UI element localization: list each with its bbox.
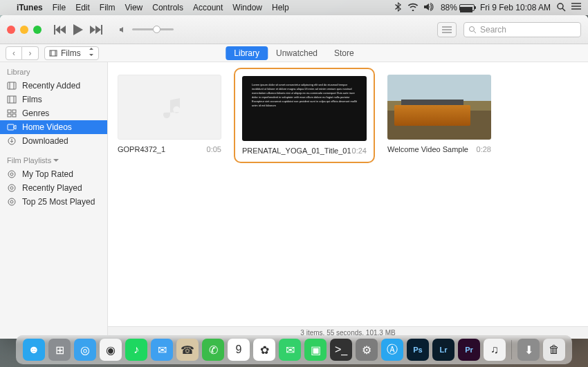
source-bar: ‹ › Films Library Unwatched Store xyxy=(0,44,588,62)
sidebar-item-home-videos[interactable]: Home Videos xyxy=(0,120,107,134)
window-toolbar: Search xyxy=(0,15,588,44)
dock-icon-messages[interactable]: ✉ xyxy=(279,339,301,361)
close-window-button[interactable] xyxy=(7,26,15,34)
battery-icon xyxy=(459,4,475,11)
sidebar-item-films[interactable]: Films xyxy=(0,93,107,106)
sidebar-item-label: Recently Added xyxy=(22,81,80,91)
nav-forward-button[interactable]: › xyxy=(22,46,39,60)
search-placeholder: Search xyxy=(480,25,506,35)
dock-separator xyxy=(511,340,512,359)
menu-window[interactable]: Window xyxy=(232,3,262,12)
battery-indicator[interactable]: 88% xyxy=(441,3,475,12)
dock-icon-calendar[interactable]: 9 xyxy=(228,339,250,361)
next-track-button[interactable] xyxy=(90,25,102,35)
sidebar-category-playlists[interactable]: Film Playlists xyxy=(0,155,107,167)
dock-icon-premiere[interactable]: Pr xyxy=(458,339,480,361)
dock-icon-whatsapp[interactable]: ✆ xyxy=(202,339,224,361)
app-menu[interactable]: iTunes xyxy=(17,3,43,12)
volume-slider[interactable] xyxy=(120,26,174,33)
bluetooth-icon[interactable] xyxy=(395,2,402,14)
dock-icon-finder[interactable]: ☻ xyxy=(23,339,45,361)
dock-icon-downloads[interactable]: ⬇ xyxy=(517,339,540,361)
media-kind-selector[interactable]: Films xyxy=(44,46,99,60)
svg-rect-22 xyxy=(12,114,16,117)
menu-account[interactable]: Account xyxy=(193,3,223,12)
notification-center-icon[interactable] xyxy=(571,3,581,13)
dock-icon-chrome[interactable]: ◉ xyxy=(100,339,122,361)
svg-line-9 xyxy=(474,31,476,33)
battery-percentage: 88% xyxy=(441,3,457,12)
video-duration: 0:24 xyxy=(352,147,367,155)
chevron-updown-icon xyxy=(89,48,94,58)
dock-icon-systemprefs[interactable]: ⚙ xyxy=(356,339,378,361)
dock-icon-photos[interactable]: ✿ xyxy=(253,339,275,361)
zoom-window-button[interactable] xyxy=(33,26,42,34)
sidebar: Library Recently Added Films Genres Home… xyxy=(0,62,108,339)
sidebar-item-label: Films xyxy=(22,95,42,104)
svg-rect-20 xyxy=(12,110,16,113)
video-tile[interactable]: GOPR4372_1 0:05 xyxy=(118,75,221,153)
search-field[interactable]: Search xyxy=(463,22,581,37)
dock-icon-contacts[interactable]: ☎ xyxy=(176,339,199,361)
dock-icon-mail[interactable]: ✉ xyxy=(151,339,173,361)
menu-help[interactable]: Help xyxy=(272,3,289,12)
tab-unwatched[interactable]: Unwatched xyxy=(268,46,326,60)
spotlight-icon[interactable] xyxy=(556,2,566,14)
dock-icon-appstore[interactable]: Ⓐ xyxy=(381,339,403,361)
nav-back-button[interactable]: ‹ xyxy=(6,46,22,60)
film-icon xyxy=(7,95,17,104)
sidebar-item-recently-added[interactable]: Recently Added xyxy=(0,79,107,93)
dock-icon-itunes[interactable]: ♫ xyxy=(484,339,506,361)
video-title: Welcome Video Sample xyxy=(387,145,468,153)
svg-point-27 xyxy=(8,185,15,191)
dock: ☻⊞◎◉♪✉☎✆9✿✉▣>_⚙ⒶPsLrPr♫⬇🗑 xyxy=(16,335,572,364)
svg-rect-23 xyxy=(8,124,14,130)
sidebar-item-label: Genres xyxy=(22,109,49,118)
menu-controls[interactable]: Controls xyxy=(152,3,183,12)
music-note-icon xyxy=(156,93,183,121)
sidebar-item-genres[interactable]: Genres xyxy=(0,106,107,120)
menu-edit[interactable]: Edit xyxy=(75,3,90,12)
svg-rect-19 xyxy=(8,110,11,113)
grid-icon xyxy=(7,109,17,117)
dock-icon-facetime[interactable]: ▣ xyxy=(304,339,327,361)
sidebar-item-recently-played[interactable]: Recently Played xyxy=(0,181,107,195)
sidebar-item-my-top-rated[interactable]: My Top Rated xyxy=(0,167,107,181)
dock-icon-photoshop[interactable]: Ps xyxy=(407,339,429,361)
sidebar-item-top-25[interactable]: Top 25 Most Played xyxy=(0,195,107,209)
previous-track-button[interactable] xyxy=(54,25,66,35)
minimize-window-button[interactable] xyxy=(20,26,28,34)
tab-store[interactable]: Store xyxy=(326,46,362,60)
sidebar-item-label: Home Videos xyxy=(22,122,72,132)
dock-icon-launchpad[interactable]: ⊞ xyxy=(48,339,71,361)
menu-film[interactable]: Film xyxy=(100,3,116,12)
gear-icon xyxy=(7,169,17,179)
download-icon xyxy=(7,137,17,145)
sidebar-item-label: Top 25 Most Played xyxy=(22,197,95,207)
clock-icon xyxy=(7,82,17,90)
dock-icon-safari[interactable]: ◎ xyxy=(74,339,96,361)
menubar-clock[interactable]: Fri 9 Feb 10:08 AM xyxy=(480,3,551,12)
dock-icon-spotify[interactable]: ♪ xyxy=(125,339,147,361)
menu-file[interactable]: File xyxy=(53,3,66,12)
list-view-button[interactable] xyxy=(437,22,457,37)
dock-icon-lightroom[interactable]: Lr xyxy=(432,339,454,361)
menu-view[interactable]: View xyxy=(125,3,143,12)
content-area: GOPR4372_1 0:05 Lorem ipsum dolor sit am… xyxy=(108,62,588,339)
play-button[interactable] xyxy=(73,24,83,35)
video-duration: 0:05 xyxy=(207,145,221,153)
dock-icon-terminal[interactable]: >_ xyxy=(330,339,352,361)
video-tile[interactable]: Welcome Video Sample 0:28 xyxy=(387,75,491,153)
sidebar-item-downloaded[interactable]: Downloaded xyxy=(0,134,107,148)
video-tile[interactable]: Lorem ipsum dolor sit amet consectetur a… xyxy=(242,76,367,155)
dock-icon-trash[interactable]: 🗑 xyxy=(543,339,565,361)
volume-icon[interactable] xyxy=(424,3,435,13)
video-thumbnail: Lorem ipsum dolor sit amet consectetur a… xyxy=(242,76,367,141)
chevron-down-icon xyxy=(53,159,59,163)
tab-library[interactable]: Library xyxy=(226,46,268,60)
video-duration: 0:28 xyxy=(477,145,491,153)
svg-line-1 xyxy=(562,8,565,11)
wifi-icon[interactable] xyxy=(407,3,419,13)
svg-point-0 xyxy=(558,3,563,9)
sidebar-category-library: Library xyxy=(0,66,107,79)
